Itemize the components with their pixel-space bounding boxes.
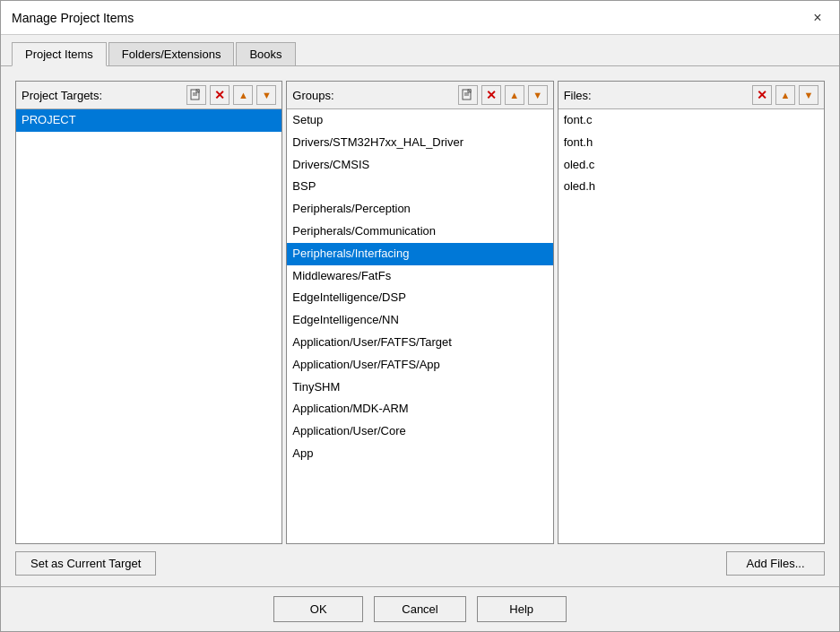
groups-up-button[interactable]: ▲ xyxy=(505,85,524,105)
list-item[interactable]: Application/User/FATFS/App xyxy=(287,354,552,377)
targets-new-button[interactable] xyxy=(186,85,206,105)
arrow-up-icon: ▲ xyxy=(781,90,791,100)
list-item[interactable]: Peripherals/Communication xyxy=(287,221,552,243)
delete-icon: ✕ xyxy=(757,88,767,102)
groups-delete-button[interactable]: ✕ xyxy=(481,85,501,105)
cancel-button[interactable]: Cancel xyxy=(374,596,465,622)
list-item[interactable]: Peripherals/Interfacing xyxy=(287,243,552,265)
list-item[interactable]: PROJECT xyxy=(16,109,281,132)
targets-list: PROJECT xyxy=(16,109,281,543)
list-item[interactable]: oled.c xyxy=(559,154,824,177)
new-file-icon xyxy=(190,89,203,101)
files-label: Files: xyxy=(564,89,749,102)
groups-list: SetupDrivers/STM32H7xx_HAL_DriverDrivers… xyxy=(287,109,552,543)
list-item[interactable]: EdgeIntelligence/DSP xyxy=(287,287,552,309)
tab-project-items[interactable]: Project Items xyxy=(12,42,107,66)
title-bar: Manage Project Items × xyxy=(1,1,839,35)
list-item[interactable]: App xyxy=(287,443,552,465)
content-area: Project Targets: ✕ ▲ xyxy=(1,66,839,586)
delete-icon: ✕ xyxy=(214,88,225,102)
arrow-down-icon: ▼ xyxy=(262,90,272,100)
list-item[interactable]: font.c xyxy=(559,109,824,132)
groups-panel: Groups: ✕ ▲ xyxy=(286,81,553,544)
list-item[interactable]: font.h xyxy=(559,132,824,154)
delete-icon: ✕ xyxy=(486,88,497,102)
files-up-button[interactable]: ▲ xyxy=(775,85,795,105)
groups-down-button[interactable]: ▼ xyxy=(528,85,548,105)
arrow-up-icon: ▲ xyxy=(238,90,248,100)
list-item[interactable]: Drivers/CMSIS xyxy=(287,154,552,177)
tabs-bar: Project Items Folders/Extensions Books xyxy=(1,35,839,66)
list-item[interactable]: Middlewares/FatFs xyxy=(287,265,552,288)
list-item[interactable]: Peripherals/Perception xyxy=(287,198,552,221)
bottom-left: Set as Current Target xyxy=(15,551,156,576)
panels-row: Project Targets: ✕ ▲ xyxy=(15,81,825,544)
files-delete-button[interactable]: ✕ xyxy=(752,85,772,105)
files-panel: Files: ✕ ▲ ▼ font.cfont.holed.coled.h xyxy=(558,81,825,544)
list-item[interactable]: oled.h xyxy=(559,176,824,198)
dialog-footer: OK Cancel Help xyxy=(1,586,839,631)
project-targets-label: Project Targets: xyxy=(22,89,183,102)
arrow-up-icon: ▲ xyxy=(509,90,519,100)
tab-books[interactable]: Books xyxy=(236,42,295,65)
ok-button[interactable]: OK xyxy=(273,596,363,622)
project-targets-header: Project Targets: ✕ ▲ xyxy=(16,82,281,109)
list-item[interactable]: Setup xyxy=(287,109,552,132)
list-item[interactable]: TinySHM xyxy=(287,377,552,399)
close-button[interactable]: × xyxy=(807,7,828,29)
groups-label: Groups: xyxy=(292,89,454,102)
list-item[interactable]: BSP xyxy=(287,176,552,198)
arrow-down-icon: ▼ xyxy=(533,90,542,100)
list-item[interactable]: Application/MDK-ARM xyxy=(287,398,552,420)
new-file-icon xyxy=(462,89,474,101)
groups-new-button[interactable] xyxy=(458,85,478,105)
manage-project-items-dialog: Manage Project Items × Project Items Fol… xyxy=(0,0,840,632)
set-as-current-target-button[interactable]: Set as Current Target xyxy=(15,551,156,576)
list-item[interactable]: EdgeIntelligence/NN xyxy=(287,309,552,332)
targets-up-button[interactable]: ▲ xyxy=(233,85,253,105)
list-item[interactable]: Application/User/FATFS/Target xyxy=(287,332,552,354)
bottom-buttons: Set as Current Target Add Files... xyxy=(15,551,825,579)
bottom-right: Add Files... xyxy=(726,551,825,576)
help-button[interactable]: Help xyxy=(477,596,567,622)
list-item[interactable]: Application/User/Core xyxy=(287,420,552,443)
add-files-button[interactable]: Add Files... xyxy=(726,551,825,576)
groups-header: Groups: ✕ ▲ xyxy=(287,82,552,109)
arrow-down-icon: ▼ xyxy=(804,90,814,100)
targets-delete-button[interactable]: ✕ xyxy=(210,85,229,105)
tab-folders-extensions[interactable]: Folders/Extensions xyxy=(108,42,235,65)
dialog-title: Manage Project Items xyxy=(12,11,134,25)
targets-down-button[interactable]: ▼ xyxy=(256,85,276,105)
files-header: Files: ✕ ▲ ▼ xyxy=(559,82,824,109)
files-down-button[interactable]: ▼ xyxy=(799,85,818,105)
list-item[interactable]: Drivers/STM32H7xx_HAL_Driver xyxy=(287,132,552,154)
project-targets-panel: Project Targets: ✕ ▲ xyxy=(15,81,282,544)
files-list: font.cfont.holed.coled.h xyxy=(559,109,824,543)
